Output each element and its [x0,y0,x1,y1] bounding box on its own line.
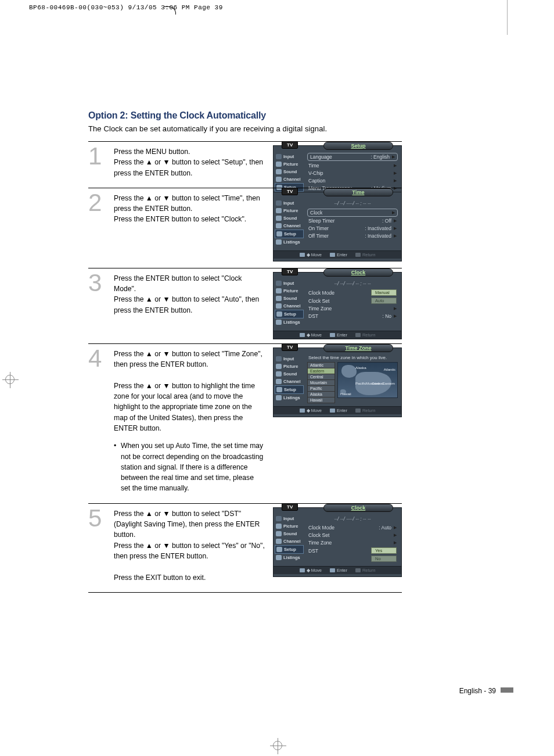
osd-main: --/ --/ ----/ -- : -- -- Clock ModeManua… [304,278,401,331]
step-number: 1 [88,145,109,178]
osd-row: Clock SetAuto [307,297,398,305]
osd-row: Clock ModeManual [307,289,398,297]
osd-row: No [307,555,398,563]
tz-map: Alaska Atlantic Pacific Mountain Central… [337,362,398,398]
osd-main: Select the time zone in which you live. … [304,354,401,406]
page-number: English - 39 [459,687,496,695]
osd-time: TV Time InputPictureSoundChannelSetupLis… [273,192,402,261]
step-note: When you set up Auto Time, the set time … [114,440,265,493]
osd-title: Clock [323,268,393,277]
osd-footer: ◆ MoveEnterReturn [274,331,401,339]
crop-edge [507,0,508,35]
osd-row: Language: English▶ [307,153,398,161]
osd-side-input: Input [275,355,304,363]
osd-source-badge: TV [282,188,298,195]
step-2: 2 Press the ▲ or ▼ button to select "Tim… [88,188,402,268]
osd-sidebar: InputPictureSoundChannelSetupListings [274,514,304,566]
osd-side-picture: Picture [275,160,304,168]
step-4: 4 Press the ▲ or ▼ button to select "Tim… [88,343,402,503]
step-number: 5 [88,507,109,583]
osd-row: Clock Mode: Auto▶ [307,524,398,532]
tz-list: AtlanticEasternCentralMountainPacificAla… [307,362,335,403]
osd-side-listings: Listings [275,238,304,246]
osd-side-picture: Picture [275,207,304,214]
step-text: Press the MENU button.Press the ▲ or ▼ b… [114,145,265,178]
osd-side-listings: Listings [275,394,304,402]
step-text: Press the ENTER button to select "Clock … [114,272,265,334]
osd-source-badge: TV [282,268,298,275]
step-text: Press the ▲ or ▼ button to select "Time … [114,347,265,494]
section-subtitle: The Clock can be set automatically if yo… [88,124,489,133]
osd-side-listings: Listings [275,554,304,561]
step-number: 4 [88,347,109,494]
osd-row: Sleep Timer: Off▶ [307,217,398,225]
osd-sidebar: InputPictureSoundChannelSetupListings [274,198,304,250]
osd-clock-dst: TV Clock InputPictureSoundChannelSetupLi… [273,507,402,577]
osd-side-setup: Setup [275,385,304,394]
osd-footer: ◆ MoveEnterReturn [274,566,401,574]
section-title: Option 2: Setting the Clock Automaticall… [88,110,489,121]
osd-row: Clock Set▶ [307,532,398,539]
osd-title: Time [323,188,393,196]
osd-footer: ◆ MoveEnterReturn [274,250,401,259]
osd-sidebar: InputPictureSoundChannelSetupListings [274,278,304,331]
osd-source-badge: TV [282,503,298,511]
osd-time-readout: --/ --/ ----/ -- : -- -- [307,199,398,209]
osd-side-channel: Channel [275,222,304,230]
page-number-bar [501,687,513,693]
osd-side-input: Input [275,199,304,207]
osd-row: V-Chip▶ [307,169,398,177]
osd-row: DST: No▶ [307,313,398,320]
osd-time-readout: --/ --/ ----/ -- : -- -- [307,515,398,524]
osd-row: DSTYes [307,547,398,555]
osd-title: Setup [323,142,393,150]
osd-row: Caption▶ [307,177,398,184]
step-text: Press the ▲ or ▼ button to select "Time"… [114,192,265,259]
step-3: 3 Press the ENTER button to select "Cloc… [88,268,402,343]
osd-side-listings: Listings [275,318,304,326]
osd-side-sound: Sound [275,214,304,222]
osd-side-channel: Channel [275,302,304,310]
step-1: 1 Press the MENU button.Press the ▲ or ▼… [88,141,402,188]
osd-sidebar: InputPictureSoundChannelSetupListings [274,354,304,406]
step-number: 3 [88,272,109,334]
tz-instruction: Select the time zone in which you live. [307,355,398,362]
page-content: Option 2: Setting the Clock Automaticall… [88,110,489,593]
osd-side-sound: Sound [275,295,304,302]
osd-title: Time Zone [323,344,393,352]
registration-mark [270,738,286,754]
osd-side-sound: Sound [275,168,304,175]
osd-side-input: Input [275,153,304,160]
osd-time-readout: --/ --/ ----/ -- : -- -- [307,280,398,289]
osd-side-sound: Sound [275,370,304,378]
osd-side-picture: Picture [275,522,304,530]
osd-side-picture: Picture [275,363,304,370]
osd-side-setup: Setup [275,310,304,318]
tz-option: Hawaii [307,397,335,403]
osd-side-input: Input [275,515,304,522]
steps-list: 1 Press the MENU button.Press the ▲ or ▼… [88,141,402,593]
osd-side-channel: Channel [275,378,304,385]
osd-side-picture: Picture [275,287,304,295]
step-number: 2 [88,192,109,259]
osd-side-channel: Channel [275,538,304,545]
step-5: 5 Press the ▲ or ▼ button to select "DST… [88,503,402,593]
osd-source-badge: TV [282,141,298,149]
osd-side-setup: Setup [275,230,304,238]
osd-main: --/ --/ ----/ -- : -- -- Clock Mode: Aut… [304,514,401,566]
osd-row: Off Timer: Inactivated▶ [307,232,398,240]
osd-side-channel: Channel [275,175,304,183]
registration-mark [2,372,19,388]
osd-timezone: TV Time Zone InputPictureSoundChannelSet… [273,347,402,417]
print-header: BP68-00469B-00(030~053) 9/13/05 3:06 PM … [29,4,223,11]
step-text: Press the ▲ or ▼ button to select "DST"(… [114,507,265,583]
osd-side-input: Input [275,280,304,287]
osd-side-setup: Setup [275,545,304,554]
osd-row: Time Zone▶ [307,305,398,313]
osd-row: Time Zone▶ [307,539,398,547]
osd-footer: ◆ MoveEnterReturn [274,406,401,414]
osd-row: Time▶ [307,162,398,169]
osd-row: On Timer: Inactivated▶ [307,225,398,232]
osd-main: --/ --/ ----/ -- : -- -- Clock▶Sleep Tim… [304,198,401,250]
osd-row: Clock▶ [307,209,398,217]
